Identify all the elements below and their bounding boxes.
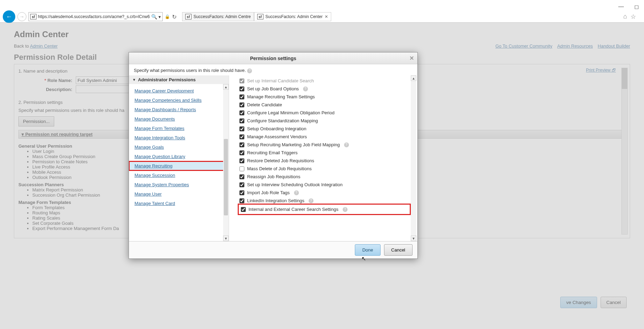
category-item[interactable]: Manage Succession [129,171,229,180]
category-item[interactable]: Manage Recruiting [129,161,229,171]
close-icon[interactable]: ✕ [325,14,328,19]
permission-checkbox[interactable] [239,118,244,123]
scroll-up-icon[interactable]: ▲ [223,84,229,90]
permission-column: Set up Internal Candidate SearchSet up J… [229,75,417,241]
permission-checkbox[interactable] [239,126,244,131]
permission-label: Manage Assessment Vendors [247,134,307,139]
window-controls: — ◻ [618,3,639,10]
category-item[interactable]: Manage Documents [129,114,229,124]
star-icon[interactable]: ☆ [630,13,636,20]
permission-item: Configure Standardization Mapping [239,117,409,125]
reload-icon[interactable]: ↻ [172,14,177,20]
permission-item: Internal and External Career Search Sett… [239,205,409,213]
category-item[interactable]: Manage Goals [129,142,229,152]
category-item[interactable]: Manage Talent Card [129,199,229,208]
help-icon[interactable]: ? [294,190,299,195]
permission-checkbox[interactable] [241,207,246,212]
help-icon[interactable]: ? [343,207,348,212]
permission-checkbox[interactable] [239,87,244,91]
sf-favicon-icon: sf [185,14,191,19]
permission-item: Import Job Role Tags? [239,189,409,197]
category-item[interactable]: Manage Dashboards / Reports [129,105,229,114]
permission-label: Manage Recruiting Team Settings [247,94,315,99]
browser-tabs: sf SuccessFactors: Admin Centre sf Succe… [182,12,331,21]
permission-item: Set up Job Board Options? [239,85,409,93]
nav-back-button[interactable]: ← [3,10,15,23]
scroll-up-icon[interactable]: ▲ [411,75,416,81]
permission-checkbox[interactable] [239,142,244,147]
modal-footer: Done Cancel [129,241,417,258]
scroll-down-icon[interactable]: ▼ [223,236,229,241]
tab-admin-centre[interactable]: sf SuccessFactors: Admin Centre [182,12,254,21]
permission-item: Manage Recruiting Team Settings [239,93,409,101]
permission-item: Set up Interview Scheduling Outlook Inte… [239,181,409,189]
permission-label: Configure Standardization Mapping [247,118,318,123]
help-icon[interactable]: ? [247,68,252,73]
category-item[interactable]: Manage Career Development [129,86,229,96]
tab-label: SuccessFactors: Admin Centre [194,14,251,19]
category-header[interactable]: ▼ Administrator Permissions [129,75,229,84]
permission-item: Setup Recruiting Marketing Job Field Map… [239,141,409,149]
permission-checkbox[interactable] [239,134,244,139]
permission-item: Mass Delete of Job Requisitions [239,165,409,173]
scroll-down-icon[interactable]: ▼ [411,236,416,241]
home-icon[interactable]: ⌂ [623,13,627,20]
lock-icon: 🔒 [165,14,170,19]
category-item[interactable]: Manage Form Templates [129,124,229,133]
permission-item: Configure Legal Minimum Obligation Perio… [239,109,409,117]
cancel-button[interactable]: Cancel [384,244,413,256]
window-minimize-icon[interactable]: — [618,3,624,10]
help-icon[interactable]: ? [344,142,349,147]
permission-label: Delete Candidate [247,102,282,107]
permission-item: Manage Assessment Vendors [239,133,409,141]
category-item[interactable]: Manage User [129,189,229,199]
scrollbar[interactable]: ▲ ▼ [411,75,416,241]
permission-checkbox[interactable] [239,102,244,107]
permission-item: LinkedIn Integration Settings? [239,197,409,205]
permission-item: Recruiting Email Triggers [239,149,409,157]
permission-settings-modal: Permission settings ✕ Specify what permi… [129,52,418,259]
url-dropdown-icon[interactable]: ▾ [158,14,161,19]
permission-label: Internal and External Career Search Sett… [248,207,339,212]
category-item[interactable]: Manage System Properties [129,180,229,189]
scroll-thumb[interactable] [224,139,228,215]
window-maximize-icon[interactable]: ◻ [634,3,639,10]
done-button[interactable]: Done [355,244,380,256]
browser-chrome: — ◻ ← → sf https://salesdemo4.successfac… [0,0,644,23]
permission-checkbox[interactable] [239,198,244,203]
permission-checkbox[interactable] [239,182,244,187]
close-icon[interactable]: ✕ [409,55,414,61]
permission-checkbox[interactable] [239,79,244,83]
nav-forward-button[interactable]: → [17,12,26,21]
permission-item: Delete Candidate [239,101,409,109]
permission-checkbox[interactable] [239,150,244,155]
permission-label: Mass Delete of Job Requisitions [247,166,312,171]
category-item[interactable]: Manage Question Library [129,152,229,161]
permission-checkbox[interactable] [239,158,244,163]
category-item[interactable]: Manage Integration Tools [129,133,229,142]
url-bar[interactable]: sf https://salesdemo4.successfactors.com… [28,12,163,21]
permission-checkbox[interactable] [239,110,244,115]
permission-checkbox[interactable] [239,174,244,179]
modal-header: Permission settings ✕ [129,52,417,64]
permission-checkbox[interactable] [239,166,244,171]
permission-label: Reassign Job Requisitions [247,174,300,179]
category-column: ▼ Administrator Permissions Manage Caree… [129,75,229,241]
permission-label: Setup Recruiting Marketing Job Field Map… [247,142,340,147]
permission-label: Set up Job Board Options [247,86,299,91]
permission-label: Recruiting Email Triggers [247,150,297,155]
permission-label: LinkedIn Integration Settings [247,198,304,203]
permission-label: Restore Deleted Job Requisitions [247,158,314,163]
permission-checkbox[interactable] [239,190,244,195]
category-item[interactable]: Manage Competencies and Skills [129,96,229,105]
sf-favicon-icon: sf [257,14,263,19]
permission-label: Setup Onboarding Integration [247,126,307,131]
help-icon[interactable]: ? [303,87,308,91]
scrollbar[interactable]: ▲ ▼ [223,84,229,241]
search-icon[interactable]: 🔍 [151,14,157,19]
tab-admin-center[interactable]: sf SuccessFactors: Admin Center ✕ [254,12,332,21]
modal-instruction: Specify what permissions users in this r… [129,64,417,75]
permission-checkbox[interactable] [239,94,244,99]
chevron-down-icon: ▼ [132,78,136,82]
help-icon[interactable]: ? [309,198,313,203]
